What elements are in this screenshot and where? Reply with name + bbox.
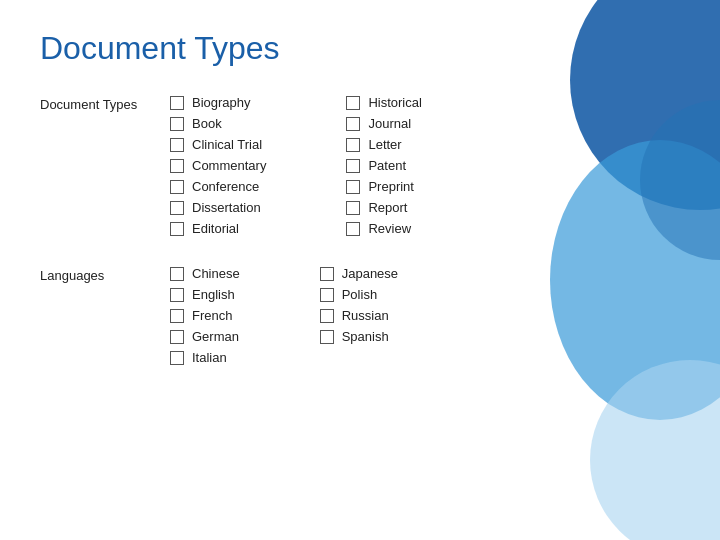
- checkbox-row[interactable]: Clinical Trial: [170, 137, 266, 152]
- checkbox-label: Commentary: [192, 158, 266, 173]
- checkbox-row[interactable]: Dissertation: [170, 200, 266, 215]
- checkbox-row[interactable]: Preprint: [346, 179, 421, 194]
- checkbox-row[interactable]: Polish: [320, 287, 398, 302]
- checkbox-row[interactable]: Review: [346, 221, 421, 236]
- section-label-languages: Languages: [40, 266, 170, 365]
- checkbox-label: Report: [368, 200, 407, 215]
- checkbox-icon[interactable]: [346, 180, 360, 194]
- checkbox-label: Editorial: [192, 221, 239, 236]
- checkbox-icon[interactable]: [170, 159, 184, 173]
- checkbox-row[interactable]: Italian: [170, 350, 240, 365]
- checkbox-label: Polish: [342, 287, 377, 302]
- checkbox-label: Book: [192, 116, 222, 131]
- checkbox-icon[interactable]: [320, 267, 334, 281]
- checkbox-label: Japanese: [342, 266, 398, 281]
- section-label-document-types: Document Types: [40, 95, 170, 236]
- checkbox-label: Preprint: [368, 179, 414, 194]
- checkbox-row[interactable]: Book: [170, 116, 266, 131]
- checkbox-label: Dissertation: [192, 200, 261, 215]
- checkbox-row[interactable]: Russian: [320, 308, 398, 323]
- checkbox-icon[interactable]: [320, 288, 334, 302]
- checkbox-icon[interactable]: [170, 180, 184, 194]
- checkbox-label: Biography: [192, 95, 251, 110]
- checkbox-row[interactable]: Editorial: [170, 221, 266, 236]
- checkbox-icon[interactable]: [346, 117, 360, 131]
- checkbox-row[interactable]: Japanese: [320, 266, 398, 281]
- checkbox-icon[interactable]: [320, 309, 334, 323]
- checkbox-label: French: [192, 308, 232, 323]
- checkbox-row[interactable]: English: [170, 287, 240, 302]
- checkbox-label: Russian: [342, 308, 389, 323]
- checkbox-icon[interactable]: [170, 201, 184, 215]
- checkbox-label: Review: [368, 221, 411, 236]
- section-languages: LanguagesChineseEnglishFrenchGermanItali…: [40, 266, 680, 365]
- checkbox-row[interactable]: Journal: [346, 116, 421, 131]
- checkbox-icon[interactable]: [346, 96, 360, 110]
- checkbox-row[interactable]: Historical: [346, 95, 421, 110]
- checkbox-label: Spanish: [342, 329, 389, 344]
- checkbox-icon[interactable]: [170, 222, 184, 236]
- checkbox-row[interactable]: Chinese: [170, 266, 240, 281]
- checkbox-label: Conference: [192, 179, 259, 194]
- checkbox-icon[interactable]: [320, 330, 334, 344]
- checkbox-row[interactable]: Commentary: [170, 158, 266, 173]
- checkbox-icon[interactable]: [346, 201, 360, 215]
- checkbox-icon[interactable]: [170, 117, 184, 131]
- checkbox-row[interactable]: Conference: [170, 179, 266, 194]
- checkbox-row[interactable]: Report: [346, 200, 421, 215]
- checkbox-row[interactable]: Letter: [346, 137, 421, 152]
- checkbox-row[interactable]: German: [170, 329, 240, 344]
- checkbox-label: Patent: [368, 158, 406, 173]
- checkbox-label: Italian: [192, 350, 227, 365]
- checkbox-row[interactable]: Biography: [170, 95, 266, 110]
- checkbox-icon[interactable]: [346, 159, 360, 173]
- checkbox-icon[interactable]: [170, 351, 184, 365]
- section-document-types: Document TypesBiographyBookClinical Tria…: [40, 95, 680, 236]
- column-document-types-1: HistoricalJournalLetterPatentPreprintRep…: [346, 95, 421, 236]
- checkbox-icon[interactable]: [346, 222, 360, 236]
- checkbox-label: German: [192, 329, 239, 344]
- checkbox-label: English: [192, 287, 235, 302]
- column-languages-1: JapanesePolishRussianSpanish: [320, 266, 398, 365]
- checkbox-row[interactable]: French: [170, 308, 240, 323]
- checkbox-label: Chinese: [192, 266, 240, 281]
- checkbox-icon[interactable]: [346, 138, 360, 152]
- column-document-types-0: BiographyBookClinical TrialCommentaryCon…: [170, 95, 266, 236]
- checkbox-icon[interactable]: [170, 267, 184, 281]
- checkbox-label: Letter: [368, 137, 401, 152]
- checkbox-icon[interactable]: [170, 330, 184, 344]
- checkbox-label: Historical: [368, 95, 421, 110]
- checkbox-icon[interactable]: [170, 138, 184, 152]
- checkbox-row[interactable]: Spanish: [320, 329, 398, 344]
- checkbox-label: Clinical Trial: [192, 137, 262, 152]
- checkbox-row[interactable]: Patent: [346, 158, 421, 173]
- checkbox-label: Journal: [368, 116, 411, 131]
- columns-document-types: BiographyBookClinical TrialCommentaryCon…: [170, 95, 422, 236]
- column-languages-0: ChineseEnglishFrenchGermanItalian: [170, 266, 240, 365]
- page-title: Document Types: [40, 30, 680, 67]
- columns-languages: ChineseEnglishFrenchGermanItalianJapanes…: [170, 266, 398, 365]
- checkbox-icon[interactable]: [170, 96, 184, 110]
- checkbox-icon[interactable]: [170, 288, 184, 302]
- checkbox-icon[interactable]: [170, 309, 184, 323]
